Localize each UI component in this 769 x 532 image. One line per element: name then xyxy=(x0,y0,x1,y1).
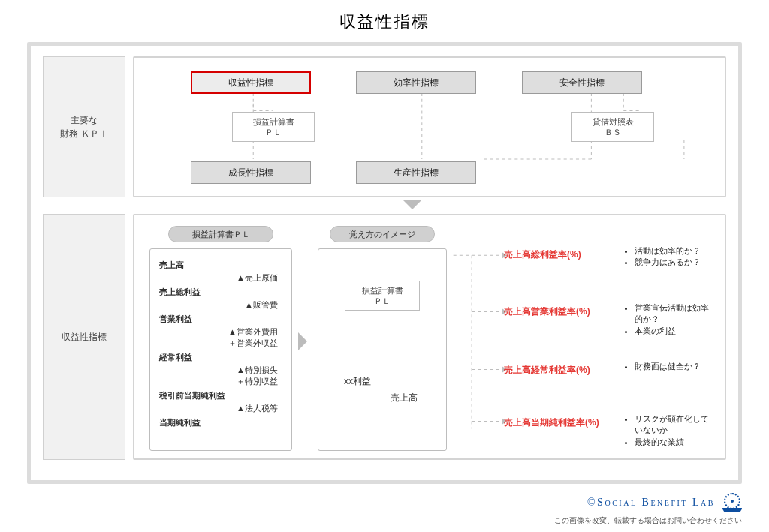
pl-line-sub: ▲営業外費用 ＋営業外収益 xyxy=(159,326,282,349)
brand-text: ©Social Benefit Lab xyxy=(587,497,715,509)
footer-note: この画像を改変、転載する場合はお問い合わせください xyxy=(554,515,742,526)
metric-point: 財務面は健全か？ xyxy=(635,361,711,372)
footer: ©Social Benefit Lab この画像を改変、転載する場合はお問い合わ… xyxy=(554,493,742,526)
pl-line-sub: ▲売上原価 xyxy=(159,272,282,284)
outer-frame: 主要な 財務 ＫＰＩ 収益性指標 効率性指標 安全性指 xyxy=(27,42,742,484)
brand: ©Social Benefit Lab xyxy=(587,493,742,512)
metric-point: 最終的な業績 xyxy=(635,437,711,448)
cat-profitability: 収益性指標 xyxy=(191,71,311,94)
metric-name: 売上高当期純利益率(%) xyxy=(504,416,599,429)
metric-points: 営業宣伝活動は効率的か？本業の利益 xyxy=(623,302,711,337)
cat-efficiency: 効率性指標 xyxy=(356,71,476,94)
card-pl-title: 損益計算書ＰＬ xyxy=(168,226,273,242)
fraction-numerator: xx利益 xyxy=(344,375,371,388)
cat-growth: 成長性指標 xyxy=(191,161,311,184)
metric-point: 活動は効率的か？ xyxy=(635,245,711,257)
metric-points: 活動は効率的か？競争力はあるか？ xyxy=(623,245,711,269)
box-bs: 貸借対照表 ＢＳ xyxy=(571,112,654,142)
pl-line-bold: 税引前当期純利益 xyxy=(159,390,282,401)
metric-point: 競争力はあるか？ xyxy=(635,257,711,268)
box-pl: 損益計算書 ＰＬ xyxy=(232,112,315,142)
pl-line-bold: 売上高 xyxy=(159,260,282,271)
card-pl-body: 売上高▲売上原価売上総利益▲販管費営業利益▲営業外費用 ＋営業外収益経常利益▲特… xyxy=(149,248,292,451)
page-title: 収益性指標 xyxy=(0,0,769,33)
metric-points: リスクが顕在化していないか最終的な業績 xyxy=(623,413,711,448)
metric-points: 財務面は健全か？ xyxy=(623,361,711,372)
pl-line-bold: 売上総利益 xyxy=(159,287,282,298)
card-image: 覚え方のイメージ 損益計算書 ＰＬ xx利益 売上高 xyxy=(318,226,447,451)
pl-line-bold: 経常利益 xyxy=(159,352,282,363)
pl-line-sub: ▲特別損失 ＋特別収益 xyxy=(159,365,282,387)
card-image-body: 損益計算書 ＰＬ xx利益 売上高 xyxy=(318,248,447,451)
card-image-title: 覚え方のイメージ xyxy=(330,226,435,242)
metric-point: 本業の利益 xyxy=(635,326,711,337)
cat-productivity: 生産性指標 xyxy=(356,161,476,184)
arrow-right-icon xyxy=(298,332,307,350)
metric-point: 営業宣伝活動は効率的か？ xyxy=(635,302,711,326)
image-box-pl: 損益計算書 ＰＬ xyxy=(345,281,420,311)
section-label-profitability: 収益性指標 xyxy=(43,214,125,460)
card-pl: 損益計算書ＰＬ 売上高▲売上原価売上総利益▲販管費営業利益▲営業外費用 ＋営業外… xyxy=(149,226,292,451)
fraction-denominator: 売上高 xyxy=(391,392,418,404)
metric-name: 売上高営業利益率(%) xyxy=(504,305,590,318)
pl-line-sub: ▲販管費 xyxy=(159,299,282,311)
arrow-down-icon xyxy=(403,200,421,209)
pl-line-bold: 営業利益 xyxy=(159,314,282,325)
panel-profitability: 損益計算書ＰＬ 売上高▲売上原価売上総利益▲販管費営業利益▲営業外費用 ＋営業外… xyxy=(133,214,726,460)
pl-line-sub: ▲法人税等 xyxy=(159,403,282,414)
panel-kpi: 収益性指標 効率性指標 安全性指標 損益計算書 ＰＬ 貸借対照表 ＢＳ 成長性指… xyxy=(133,56,726,197)
pl-line-bold: 当期純利益 xyxy=(159,417,282,428)
metric-name: 売上高経常利益率(%) xyxy=(504,364,590,377)
brand-logo-icon xyxy=(722,493,742,512)
cat-safety: 安全性指標 xyxy=(522,71,642,94)
metric-name: 売上高総利益率(%) xyxy=(504,248,581,261)
metric-point: リスクが顕在化していないか xyxy=(635,413,711,437)
section-label-kpi: 主要な 財務 ＫＰＩ xyxy=(43,56,125,197)
